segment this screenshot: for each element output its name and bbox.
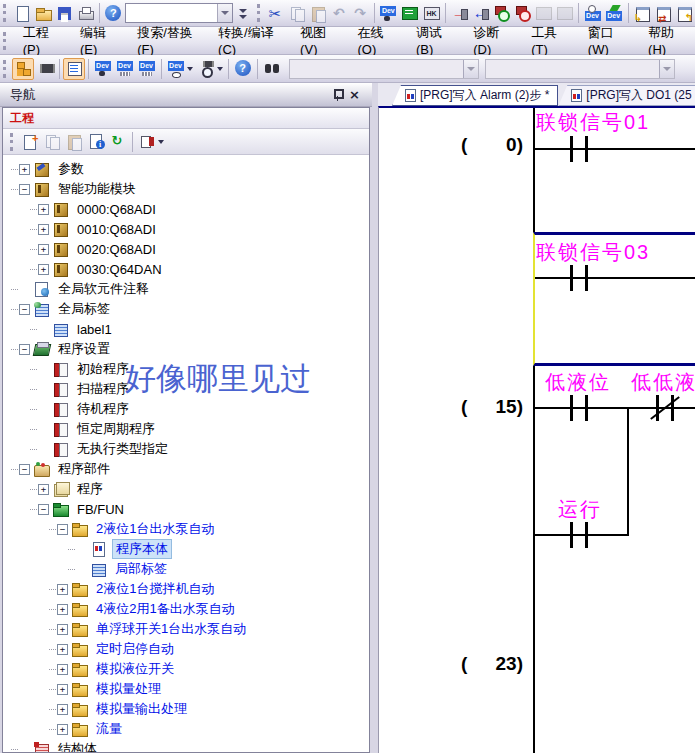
open-icon [35, 5, 52, 22]
tree-item-22[interactable]: +4液位2用1备出水泵自动 [3, 599, 369, 619]
collapse-icon[interactable]: − [19, 304, 30, 315]
sort-button[interactable] [136, 131, 166, 153]
folder-icon [72, 642, 88, 656]
device-batch-button[interactable] [136, 58, 158, 80]
expand-icon[interactable]: + [38, 204, 49, 215]
collapse-icon[interactable]: − [19, 344, 30, 355]
tree-item-23[interactable]: +单浮球开关1台出水泵自动 [3, 619, 369, 639]
collapse-icon[interactable]: − [19, 464, 30, 475]
tree-item-28[interactable]: +流量 [3, 719, 369, 739]
pbook-icon [53, 422, 69, 436]
expand-icon[interactable]: + [57, 644, 68, 655]
tree-item-label: 模拟量处理 [93, 680, 164, 698]
tree-guide [30, 489, 37, 490]
tree-item-15[interactable]: −程序部件 [3, 459, 369, 479]
tree-item-label: 0000:Q68ADI [74, 202, 159, 217]
tree-item-10[interactable]: 初始程序 [3, 359, 369, 379]
tree-item-20[interactable]: 局部标签 [3, 559, 369, 579]
tree-item-9[interactable]: −程序设置 [3, 339, 369, 359]
tree-item-label: 全局标签 [55, 300, 113, 318]
tree-item-24[interactable]: +定时启停自动 [3, 639, 369, 659]
tree-item-label: 程序本体 [112, 539, 172, 559]
property-button[interactable] [85, 131, 107, 153]
help-button[interactable] [232, 58, 254, 80]
expand-icon[interactable]: + [38, 224, 49, 235]
expand-icon[interactable]: + [57, 604, 68, 615]
tree-item-1[interactable]: −智能功能模块 [3, 179, 369, 199]
device-edit-icon [606, 5, 623, 22]
tree-item-label: 程序设置 [55, 340, 113, 358]
ladder-editor: [PRG]写入 Alarm (2)步 *[PRG]写入 DO1 (25 ( 0)… [378, 83, 695, 753]
expand-icon[interactable]: + [57, 584, 68, 595]
pbook-icon [53, 402, 69, 416]
tree-guide [11, 749, 18, 750]
collapse-icon[interactable]: − [57, 524, 68, 535]
editor-tab-0[interactable]: [PRG]写入 Alarm (2)步 * [392, 85, 558, 106]
tree-item-5[interactable]: +0030:Q64DAN [3, 259, 369, 279]
tree-item-12[interactable]: 待机程序 [3, 399, 369, 419]
tree-item-8[interactable]: label1 [3, 319, 369, 339]
device-memory-button[interactable] [114, 58, 136, 80]
tree-item-6[interactable]: 全局软元件注释 [3, 279, 369, 299]
tree-item-0[interactable]: +参数 [3, 159, 369, 179]
module-configuration-button[interactable] [34, 58, 56, 80]
no-contact[interactable] [568, 265, 590, 291]
window-next-icon [676, 5, 693, 22]
tree-item-18[interactable]: −2液位1台出水泵自动 [3, 519, 369, 539]
tree-item-19[interactable]: 程序本体 [3, 539, 369, 559]
new-item-button[interactable] [19, 131, 41, 153]
tree-guide [11, 349, 18, 350]
tree-item-7[interactable]: −全局标签 [3, 299, 369, 319]
tree-item-4[interactable]: +0020:Q68ADI [3, 239, 369, 259]
expand-icon[interactable]: + [38, 484, 49, 495]
no-contact[interactable] [568, 395, 590, 421]
navigation-window-button[interactable] [12, 58, 34, 80]
expand-icon[interactable]: + [38, 244, 49, 255]
tree-guide [30, 369, 37, 370]
tree-item-29[interactable]: 结构体 [3, 739, 369, 752]
tree-item-17[interactable]: −FB/FUN [3, 499, 369, 519]
tree-item-25[interactable]: +模拟液位开关 [3, 659, 369, 679]
tree-item-26[interactable]: +模拟量处理 [3, 679, 369, 699]
tree-item-21[interactable]: +2液位1台搅拌机自动 [3, 579, 369, 599]
expand-icon[interactable]: + [57, 624, 68, 635]
comment-display-button[interactable] [165, 58, 195, 80]
collapse-icon[interactable]: − [19, 184, 30, 195]
tree-guide [30, 269, 37, 270]
expand-icon[interactable]: + [57, 664, 68, 675]
refresh-button[interactable] [107, 131, 129, 153]
rung-number-15: ( 15) [461, 396, 523, 418]
editor-tab-bar: [PRG]写入 Alarm (2)步 *[PRG]写入 DO1 (25 [378, 83, 695, 106]
expand-icon[interactable]: + [57, 684, 68, 695]
expand-icon[interactable]: + [38, 264, 49, 275]
tree-guide [49, 609, 56, 610]
statement-display-button[interactable] [63, 58, 85, 80]
device-search-button[interactable] [195, 58, 225, 80]
expand-icon[interactable]: + [19, 164, 30, 175]
tree-item-11[interactable]: 扫描程序 [3, 379, 369, 399]
project-toolbar [3, 129, 369, 155]
expand-icon[interactable]: + [57, 724, 68, 735]
device-display-icon [585, 5, 602, 22]
no-contact[interactable] [568, 136, 590, 162]
no-contact[interactable] [568, 522, 590, 548]
editor-tab-1[interactable]: [PRG]写入 DO1 (25 [558, 85, 695, 106]
navigation-panel: 导航 × 工程 +参数−智能功能模块+0000:Q68ADI+0010:Q68A… [0, 83, 372, 753]
find-button[interactable] [261, 58, 283, 80]
tree-guide [11, 189, 18, 190]
tree-item-16[interactable]: +程序 [3, 479, 369, 499]
collapse-icon[interactable]: − [38, 504, 49, 515]
write-to-plc-icon [451, 5, 468, 22]
tree-item-2[interactable]: +0000:Q68ADI [3, 199, 369, 219]
tree-guide [49, 709, 56, 710]
expand-icon[interactable]: + [57, 704, 68, 715]
pin-icon[interactable] [332, 88, 343, 101]
tree-item-label: 参数 [55, 160, 87, 178]
nc-contact[interactable] [654, 395, 676, 421]
tree-item-3[interactable]: +0010:Q68ADI [3, 219, 369, 239]
tree-item-13[interactable]: 恒定周期程序 [3, 419, 369, 439]
device-comment-display-button[interactable] [92, 58, 114, 80]
tree-item-14[interactable]: 无执行类型指定 [3, 439, 369, 459]
tree-item-27[interactable]: +模拟量输出处理 [3, 699, 369, 719]
close-icon[interactable]: × [349, 88, 360, 101]
